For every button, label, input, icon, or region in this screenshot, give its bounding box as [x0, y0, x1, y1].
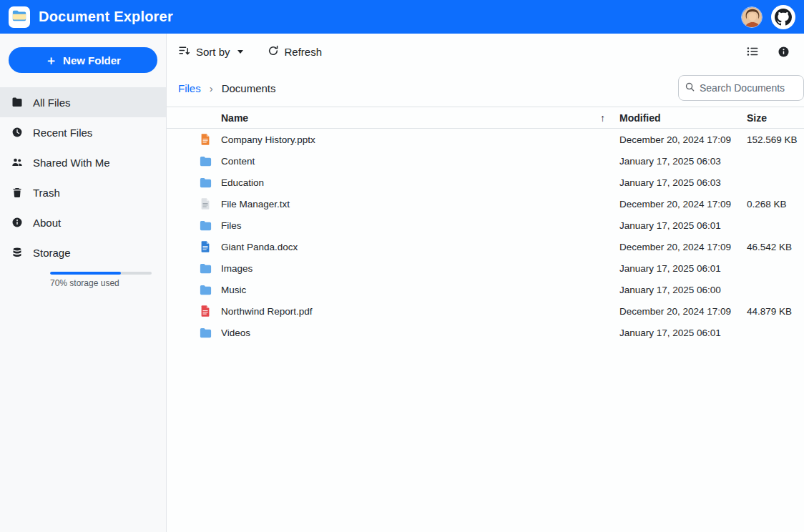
storage-usage-label: 70% storage used	[0, 275, 166, 288]
file-name: Music	[221, 285, 614, 295]
file-icon	[198, 240, 212, 254]
sidebar-item-label: Trash	[33, 187, 60, 199]
breadcrumb-root-link[interactable]: Files	[178, 82, 201, 94]
top-bar-actions	[741, 5, 795, 29]
sidebar-item-about[interactable]: About	[0, 207, 166, 237]
file-row[interactable]: Images January 17, 2025 06:01	[167, 257, 804, 279]
sidebar-item-label: All Files	[33, 97, 71, 109]
file-name: Files	[221, 220, 614, 231]
toolbar-right-actions	[746, 45, 790, 58]
app-title: Document Explorer	[39, 9, 173, 25]
sidebar-item-label: Recent Files	[33, 127, 92, 139]
file-modified: January 17, 2025 06:01	[619, 220, 741, 231]
sort-icon	[178, 44, 190, 59]
folder-icon	[198, 282, 212, 297]
breadcrumb-separator-icon: ›	[210, 82, 213, 94]
file-modified: January 17, 2025 06:03	[619, 156, 741, 167]
file-toolbar: Sort by Refresh	[167, 34, 804, 69]
file-size: 152.569 KB	[747, 134, 804, 145]
refresh-label: Refresh	[285, 46, 323, 58]
file-modified: January 17, 2025 06:00	[619, 285, 741, 295]
file-size: 0.268 KB	[747, 199, 804, 210]
app-logo	[9, 6, 30, 28]
file-list: Company History.pptx December 20, 2024 1…	[167, 129, 804, 343]
file-icon	[198, 304, 212, 318]
file-name: Company History.pptx	[221, 134, 614, 145]
search-icon	[685, 82, 695, 95]
clock-icon	[11, 127, 23, 138]
file-modified: December 20, 2024 17:09	[619, 134, 741, 145]
app-window: Document Explorer ＋ New Folder	[0, 0, 804, 532]
table-header-row: Name ↑ Modified Size	[167, 107, 804, 129]
plus-icon: ＋	[45, 54, 57, 66]
folder-icon	[198, 154, 212, 168]
file-size: 46.542 KB	[747, 242, 804, 252]
file-row[interactable]: Company History.pptx December 20, 2024 1…	[167, 129, 804, 150]
file-row[interactable]: Content January 17, 2025 06:03	[167, 150, 804, 172]
file-modified: January 17, 2025 06:01	[619, 327, 741, 338]
file-icon	[198, 132, 212, 147]
file-row[interactable]: Education January 17, 2025 06:03	[167, 172, 804, 193]
column-header-name[interactable]: Name ↑	[221, 112, 614, 124]
sidebar: ＋ New Folder All Files Recent Files	[0, 34, 167, 532]
new-folder-label: New Folder	[63, 54, 121, 66]
search-input[interactable]	[700, 82, 798, 94]
sort-by-button[interactable]: Sort by	[178, 44, 243, 59]
sidebar-item-label: Storage	[33, 247, 71, 259]
file-icon	[198, 197, 212, 211]
sidebar-item-label: Shared With Me	[33, 157, 110, 169]
file-name: Images	[221, 263, 614, 274]
file-name: Content	[221, 156, 614, 167]
github-icon[interactable]	[771, 5, 795, 29]
list-view-icon[interactable]	[746, 45, 759, 58]
main-panel: Sort by Refresh	[167, 34, 804, 532]
info-icon[interactable]	[778, 46, 790, 58]
breadcrumb-current: Documents	[222, 82, 276, 94]
new-folder-button[interactable]: ＋ New Folder	[9, 47, 157, 73]
sidebar-item-all-files[interactable]: All Files	[0, 87, 166, 117]
folder-icon	[198, 261, 212, 275]
sidebar-item-recent-files[interactable]: Recent Files	[0, 117, 166, 147]
sidebar-item-shared-with-me[interactable]: Shared With Me	[0, 147, 166, 177]
info-icon	[11, 217, 23, 228]
trash-icon	[11, 187, 23, 198]
folder-icon	[198, 218, 212, 232]
file-row[interactable]: Music January 17, 2025 06:00	[167, 279, 804, 300]
file-row[interactable]: Videos January 17, 2025 06:01	[167, 322, 804, 343]
file-name: Videos	[221, 327, 614, 338]
people-icon	[11, 157, 23, 168]
file-name: File Manager.txt	[221, 199, 614, 210]
file-modified: January 17, 2025 06:01	[619, 263, 741, 274]
file-row[interactable]: Files January 17, 2025 06:01	[167, 215, 804, 236]
sidebar-item-storage[interactable]: Storage	[0, 237, 166, 267]
file-row[interactable]: File Manager.txt December 20, 2024 17:09…	[167, 193, 804, 215]
file-row[interactable]: Giant Panda.docx December 20, 2024 17:09…	[167, 236, 804, 257]
column-header-size[interactable]: Size	[747, 112, 804, 124]
refresh-icon	[268, 45, 279, 59]
folder-icon	[198, 175, 212, 189]
file-modified: December 20, 2024 17:09	[619, 306, 741, 317]
folder-icon	[11, 97, 23, 108]
database-icon	[11, 247, 23, 258]
file-row[interactable]: Northwind Report.pdf December 20, 2024 1…	[167, 300, 804, 322]
file-name: Giant Panda.docx	[221, 242, 614, 252]
chevron-down-icon	[237, 50, 243, 54]
sort-by-label: Sort by	[196, 46, 230, 58]
file-name: Education	[221, 177, 614, 188]
column-header-modified[interactable]: Modified	[619, 112, 741, 124]
folder-logo-icon	[11, 8, 27, 26]
folder-icon	[198, 325, 212, 340]
sidebar-item-label: About	[33, 217, 61, 229]
file-name: Northwind Report.pdf	[221, 306, 614, 317]
sidebar-item-trash[interactable]: Trash	[0, 177, 166, 207]
refresh-button[interactable]: Refresh	[268, 45, 323, 59]
search-box	[678, 75, 804, 101]
storage-progress	[0, 267, 166, 275]
file-modified: December 20, 2024 17:09	[619, 242, 741, 252]
file-modified: December 20, 2024 17:09	[619, 199, 741, 210]
top-bar: Document Explorer	[0, 0, 804, 34]
file-size: 44.879 KB	[747, 306, 804, 317]
breadcrumb: Files › Documents	[167, 69, 804, 107]
user-avatar[interactable]	[741, 6, 763, 28]
sort-ascending-icon: ↑	[600, 112, 605, 124]
